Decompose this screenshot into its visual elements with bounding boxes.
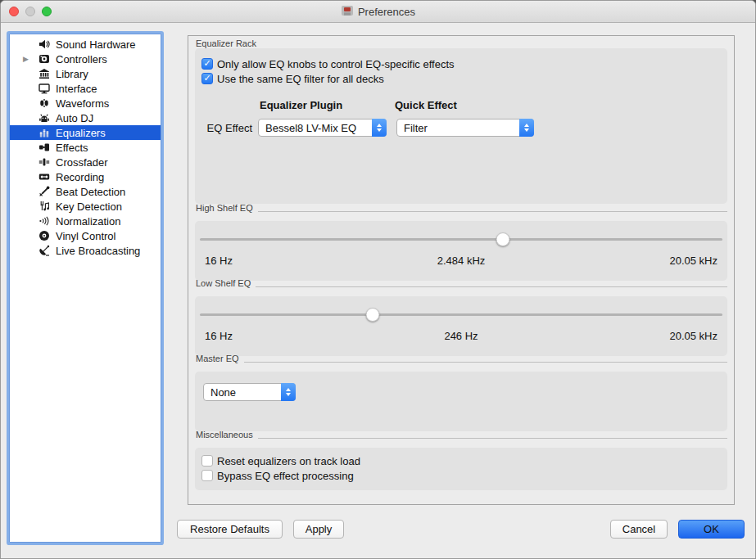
interface-icon bbox=[37, 83, 51, 94]
preferences-sidebar: Sound Hardware ▶ Controllers Library Int… bbox=[9, 34, 161, 543]
sidebar-item-effects[interactable]: Effects bbox=[10, 140, 161, 155]
sidebar-item-normalization[interactable]: Normalization bbox=[10, 214, 161, 228]
quick-effect-select[interactable]: Filter bbox=[396, 119, 534, 137]
sidebar-item-beat-detection[interactable]: Beat Detection bbox=[10, 184, 161, 199]
equalizer-plugin-value: Bessel8 LV-Mix EQ bbox=[259, 122, 372, 134]
normalization-icon bbox=[37, 215, 51, 227]
master-eq-select[interactable]: None bbox=[203, 383, 296, 401]
beat-detection-icon bbox=[37, 186, 51, 197]
equalizer-plugin-header: Equalizer Plugin bbox=[260, 99, 342, 111]
high-shelf-current-value: 2.484 kHz bbox=[376, 255, 547, 267]
preferences-app-icon bbox=[341, 4, 354, 20]
same-eq-filter-checkbox-row[interactable]: Use the same EQ filter for all decks bbox=[201, 71, 384, 86]
reset-eq-checkbox[interactable] bbox=[201, 455, 213, 467]
cancel-button[interactable]: Cancel bbox=[610, 520, 668, 539]
slider-track[interactable] bbox=[200, 238, 722, 241]
low-shelf-slider-thumb[interactable] bbox=[365, 308, 379, 322]
low-shelf-title: Low Shelf EQ bbox=[196, 278, 251, 288]
sidebar-item-auto-dj[interactable]: Auto DJ bbox=[10, 110, 161, 125]
auto-dj-icon bbox=[37, 112, 51, 124]
recording-icon bbox=[37, 171, 51, 183]
section-divider bbox=[256, 286, 727, 287]
combo-stepper-icon bbox=[372, 119, 387, 137]
quick-effect-value: Filter bbox=[397, 122, 519, 134]
bypass-eq-checkbox[interactable] bbox=[201, 470, 213, 481]
sidebar-item-vinyl-control[interactable]: Vinyl Control bbox=[10, 228, 161, 243]
restore-defaults-button[interactable]: Restore Defaults bbox=[177, 520, 283, 539]
high-shelf-slider[interactable] bbox=[200, 232, 722, 246]
section-divider bbox=[258, 438, 727, 439]
live-broadcasting-icon bbox=[37, 245, 51, 256]
master-eq-value: None bbox=[204, 386, 281, 399]
equalizer-rack-groupbox: Only allow EQ knobs to control EQ-specif… bbox=[195, 48, 727, 204]
sidebar-item-controllers[interactable]: ▶ Controllers bbox=[10, 52, 161, 66]
slider-track[interactable] bbox=[200, 313, 722, 316]
preferences-window: Preferences Sound Hardware ▶ Controllers… bbox=[0, 0, 756, 559]
combo-stepper-icon bbox=[519, 119, 534, 137]
low-shelf-slider[interactable] bbox=[200, 308, 722, 322]
sidebar-item-equalizers[interactable]: Equalizers bbox=[10, 125, 161, 140]
equalizers-icon bbox=[37, 127, 51, 138]
disclosure-triangle-icon[interactable]: ▶ bbox=[23, 52, 31, 66]
high-shelf-max-label: 20.05 kHz bbox=[546, 255, 718, 267]
eq-knobs-checkbox[interactable] bbox=[201, 58, 213, 70]
master-eq-groupbox: None bbox=[195, 372, 727, 431]
controllers-icon bbox=[37, 53, 51, 65]
sidebar-item-sound-hardware[interactable]: Sound Hardware bbox=[10, 37, 161, 52]
low-shelf-min-label: 16 Hz bbox=[205, 330, 376, 342]
reset-eq-checkbox-row[interactable]: Reset equalizers on track load bbox=[201, 453, 360, 468]
sidebar-item-waveforms[interactable]: Waveforms bbox=[10, 96, 161, 110]
combo-stepper-icon bbox=[281, 383, 296, 401]
sound-hardware-icon bbox=[37, 38, 51, 50]
eq-knobs-checkbox-row[interactable]: Only allow EQ knobs to control EQ-specif… bbox=[201, 56, 455, 71]
high-shelf-groupbox: 16 Hz 2.484 kHz 20.05 kHz bbox=[195, 221, 727, 281]
key-detection-icon bbox=[37, 201, 51, 212]
quick-effect-header: Quick Effect bbox=[395, 99, 457, 111]
low-shelf-groupbox: 16 Hz 246 Hz 20.05 kHz bbox=[195, 296, 727, 356]
same-eq-filter-checkbox[interactable] bbox=[201, 73, 213, 84]
same-eq-filter-checkbox-label: Use the same EQ filter for all decks bbox=[217, 73, 384, 85]
sidebar-item-live-broadcasting[interactable]: Live Broadcasting bbox=[10, 243, 161, 258]
low-shelf-max-label: 20.05 kHz bbox=[546, 330, 718, 342]
crossfader-icon bbox=[37, 156, 51, 168]
section-divider bbox=[258, 211, 727, 212]
vinyl-control-icon bbox=[37, 230, 51, 241]
waveforms-icon bbox=[37, 97, 51, 109]
bypass-eq-checkbox-label: Bypass EQ effect processing bbox=[217, 470, 354, 482]
sidebar-item-key-detection[interactable]: Key Detection bbox=[10, 199, 161, 214]
high-shelf-slider-thumb[interactable] bbox=[496, 232, 510, 246]
eq-effect-label: EQ Effect bbox=[203, 122, 252, 134]
effects-icon bbox=[37, 142, 51, 153]
equalizer-rack-title: Equalizer Rack bbox=[196, 38, 256, 48]
section-divider bbox=[244, 362, 727, 363]
title-bar: Preferences bbox=[1, 1, 755, 23]
sidebar-item-recording[interactable]: Recording bbox=[10, 169, 161, 184]
equalizers-preferences-pane: Equalizer Rack Only allow EQ knobs to co… bbox=[188, 35, 735, 505]
window-title: Preferences bbox=[358, 6, 415, 18]
high-shelf-title: High Shelf EQ bbox=[196, 203, 253, 213]
miscellaneous-groupbox: Reset equalizers on track load Bypass EQ… bbox=[195, 448, 727, 490]
master-eq-title: Master EQ bbox=[196, 354, 239, 363]
sidebar-item-interface[interactable]: Interface bbox=[10, 81, 161, 96]
low-shelf-current-value: 246 Hz bbox=[376, 330, 547, 342]
miscellaneous-title: Miscellaneous bbox=[196, 430, 253, 440]
reset-eq-checkbox-label: Reset equalizers on track load bbox=[217, 455, 360, 467]
equalizer-plugin-select[interactable]: Bessel8 LV-Mix EQ bbox=[258, 119, 387, 137]
library-icon bbox=[37, 68, 51, 79]
high-shelf-min-label: 16 Hz bbox=[205, 255, 376, 267]
apply-button[interactable]: Apply bbox=[293, 520, 344, 539]
eq-knobs-checkbox-label: Only allow EQ knobs to control EQ-specif… bbox=[217, 58, 455, 70]
sidebar-item-crossfader[interactable]: Crossfader bbox=[10, 155, 161, 169]
ok-button[interactable]: OK bbox=[678, 520, 745, 539]
sidebar-item-library[interactable]: Library bbox=[10, 66, 161, 81]
bypass-eq-checkbox-row[interactable]: Bypass EQ effect processing bbox=[201, 468, 354, 483]
